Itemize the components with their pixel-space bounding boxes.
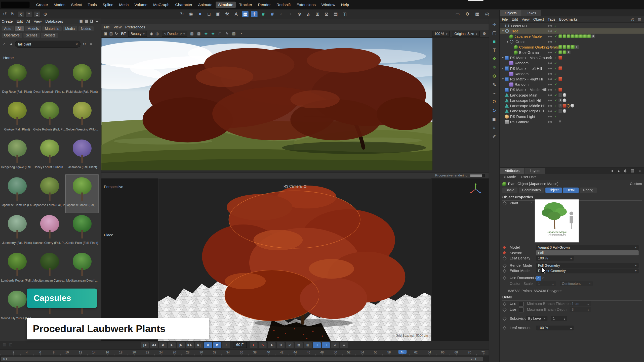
visibility-dots[interactable] [548, 52, 552, 53]
visibility-dots[interactable] [548, 83, 552, 85]
anim-dot[interactable] [503, 264, 507, 268]
menu-modes[interactable]: Modes [51, 2, 68, 8]
editor-visibility-dot[interactable] [548, 105, 550, 107]
frame-48[interactable]: 48 [318, 350, 326, 354]
prev-key-button[interactable]: ◀◀ [150, 342, 158, 348]
anim-dot[interactable] [503, 256, 507, 260]
visibility-dots[interactable] [548, 116, 552, 117]
search-field[interactable]: ✕ [15, 41, 80, 48]
visibility-dots[interactable] [548, 121, 552, 123]
mirror-icon[interactable]: ⊜ [296, 11, 303, 17]
axis-x-button[interactable]: X [17, 11, 24, 17]
grid-view-icon[interactable]: ▦ [78, 18, 84, 24]
object-row-landscape-left-hill[interactable]: Landscape Left Hill✓F [500, 98, 644, 103]
menu-simulate[interactable]: Simulate [216, 2, 236, 8]
viewport-solo-icon[interactable]: ▤ [332, 11, 339, 17]
material-tag[interactable] [567, 34, 571, 38]
object-row-random[interactable]: Random✓ [500, 60, 644, 66]
grid-overlay-icon[interactable]: ▦ [189, 31, 195, 36]
subdivision-mode-dropdown[interactable]: By Level▾ [526, 316, 547, 321]
tab-takes[interactable]: Takes [522, 10, 541, 16]
menu-create[interactable]: Create [34, 2, 50, 8]
material-tag[interactable] [579, 34, 583, 38]
asset-item-mediterranean-cypres[interactable]: Mediterranean Cypres... [33, 250, 66, 288]
enabled-check[interactable]: ✓ [554, 88, 557, 92]
editor-visibility-dot[interactable] [548, 68, 550, 69]
clear-search-icon[interactable]: ✕ [75, 42, 78, 46]
menu-animate[interactable]: Animate [196, 2, 215, 8]
enabled-check[interactable]: ✓ [554, 114, 557, 118]
next-key-button[interactable]: ▶▶ [186, 342, 194, 348]
visibility-dots[interactable] [548, 105, 552, 107]
editor-visibility-dot[interactable] [548, 30, 550, 32]
current-frame-field[interactable]: 60 F [233, 342, 247, 348]
visibility-dots[interactable] [548, 89, 552, 90]
render-visibility-dot[interactable] [550, 94, 552, 96]
camera-label[interactable]: RS Camera⊡ [284, 184, 307, 188]
channel-icon[interactable]: ▥ [231, 31, 236, 36]
asset-item-japanese-maple-fall[interactable]: Japanese Maple (Fall, ... [66, 175, 98, 212]
object-row-random[interactable]: Random✓ [500, 71, 644, 76]
simulate-reset-icon[interactable]: ↻ [179, 11, 185, 17]
unit-dropdown[interactable]: Centimeters▾ [560, 281, 593, 286]
anim-dot[interactable] [503, 308, 507, 312]
visibility-dots[interactable] [548, 30, 552, 32]
frame-10[interactable]: 10 [63, 350, 71, 354]
range-button[interactable]: ⇄ [213, 342, 221, 348]
menu-mograph[interactable]: MoGraph [151, 2, 172, 8]
editor-visibility-dot[interactable] [548, 46, 550, 48]
use-max-checkbox[interactable] [519, 307, 524, 312]
tab-presets[interactable]: Presets [41, 33, 58, 38]
preview-range-bar[interactable]: 0 F 72 F [0, 355, 489, 362]
capsule-icon[interactable]: ✛ [251, 11, 258, 17]
menu-mesh[interactable]: Mesh [117, 2, 131, 8]
redcube-tag[interactable] [558, 56, 562, 60]
rs-ipr-icon[interactable]: ❋ [210, 31, 216, 36]
enabled-check[interactable]: ✓ [554, 77, 557, 81]
editor-visibility-dot[interactable] [548, 57, 550, 59]
sphere-tag[interactable] [563, 93, 567, 97]
visibility-dots[interactable] [548, 25, 552, 27]
material-tag[interactable] [583, 34, 587, 38]
editor-visibility-dot[interactable] [548, 83, 550, 85]
timeline-options-button[interactable]: ≡ [340, 342, 348, 348]
asset-item-dog-rose-fall-plant[interactable]: Dog-Rose (Fall, Plant) [1, 62, 33, 99]
use-document-scale-checkbox[interactable]: ✓ [536, 276, 541, 281]
box-select-icon[interactable]: ▢ [492, 30, 496, 35]
render-visibility-dot[interactable] [550, 110, 552, 112]
expand-icon[interactable]: › [530, 200, 532, 204]
frame-72[interactable]: 72 [479, 350, 487, 354]
assets-menu-edit[interactable]: Edit [16, 19, 23, 23]
nodes-icon[interactable]: ⚛ [492, 65, 496, 70]
object-row-grass[interactable]: ▾Grass✓ [500, 39, 644, 44]
attr-panel-menu-icon[interactable]: ≡ [502, 174, 507, 179]
asset-item-dwarf-mountain-pine[interactable]: Dwarf Mountain Pine (... [33, 62, 66, 99]
tab-all[interactable]: All [15, 26, 24, 31]
enabled-check[interactable]: ✓ [554, 56, 557, 60]
region-render-icon[interactable]: ⊡ [217, 31, 223, 36]
magnet-key-button[interactable]: Ω [331, 342, 339, 348]
season-dropdown[interactable]: Fall [536, 250, 639, 255]
content-browser-icon[interactable]: ◎ [484, 11, 490, 17]
render-view-icon[interactable]: ▭ [454, 11, 461, 17]
menu-tools[interactable]: Tools [85, 2, 99, 8]
enabled-check[interactable]: ✓ [554, 66, 557, 70]
frame-58[interactable]: 58 [385, 350, 393, 354]
ghost-button[interactable]: ⊟ [322, 342, 330, 348]
goto-end-button[interactable]: ▶| [195, 342, 203, 348]
anim-dot[interactable] [503, 246, 506, 249]
expand-arrow[interactable]: ▾ [501, 67, 505, 70]
redcube-tag[interactable] [563, 104, 567, 108]
render-view[interactable] [101, 38, 432, 170]
enabled-check[interactable]: ✓ [554, 104, 557, 108]
render-visibility-dot[interactable] [550, 78, 552, 80]
menu-tracker[interactable]: Tracker [237, 2, 255, 8]
magnet-icon[interactable]: Ω [493, 99, 496, 104]
om-menu-object[interactable]: Object [533, 17, 544, 21]
tab-media[interactable]: Media [63, 26, 77, 31]
custom-scale-input[interactable]: 1◂▸ [536, 281, 556, 286]
attr-up-icon[interactable]: ▴ [616, 168, 621, 173]
cluster-icon[interactable]: ❖ [492, 56, 496, 61]
phong-tag[interactable]: F [575, 45, 579, 49]
editor-visibility-dot[interactable] [548, 89, 550, 90]
